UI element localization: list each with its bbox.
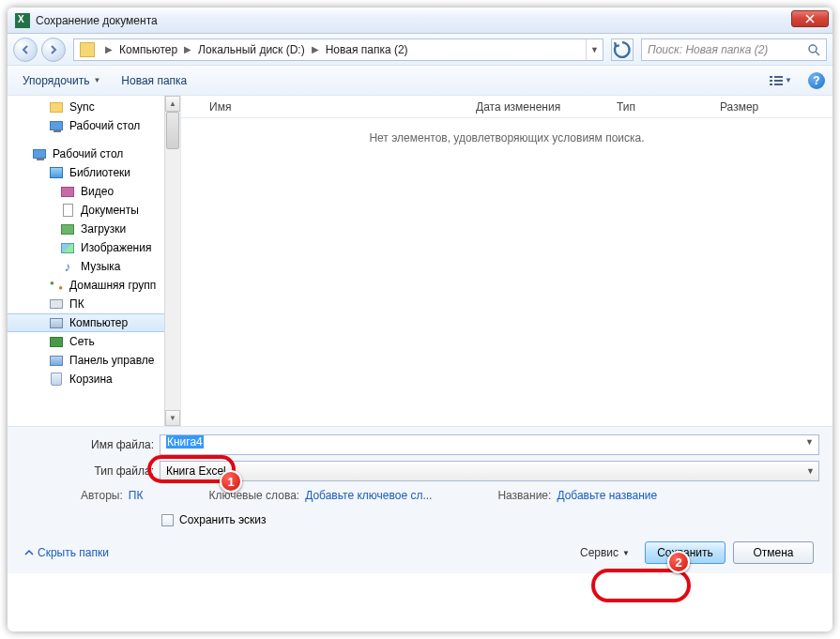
- window-title: Сохранение документа: [36, 14, 158, 27]
- col-date[interactable]: Дата изменения: [468, 100, 609, 114]
- folder-icon: [50, 102, 63, 113]
- tree-item-music[interactable]: ♪Музыка: [8, 257, 180, 276]
- scroll-up-button[interactable]: ▲: [165, 96, 180, 112]
- filetype-label: Тип файла:: [21, 464, 160, 478]
- search-placeholder: Поиск: Новая папка (2): [648, 43, 768, 56]
- view-button[interactable]: ▼: [765, 70, 797, 91]
- tree-item-documents[interactable]: Документы: [8, 201, 180, 220]
- tree-item-trash[interactable]: Корзина: [8, 370, 180, 388]
- search-icon: [807, 43, 820, 56]
- hide-folders-button[interactable]: Скрыть папки: [21, 546, 109, 559]
- tree-item-libraries[interactable]: Библиотеки: [8, 163, 180, 182]
- main-area: Sync Рабочий стол Рабочий стол Библиотек…: [8, 96, 832, 426]
- tree-item-downloads[interactable]: Загрузки: [8, 220, 180, 238]
- save-thumbnail-checkbox[interactable]: [161, 514, 174, 526]
- title-value[interactable]: Добавьте название: [557, 489, 657, 502]
- refresh-button[interactable]: [611, 38, 634, 61]
- close-icon: [805, 14, 815, 23]
- desktop-icon: [33, 149, 46, 159]
- library-icon: [50, 167, 63, 178]
- service-button[interactable]: Сервис▼: [580, 546, 630, 559]
- toolbar: Упорядочить▼ Новая папка ▼ ?: [8, 66, 832, 96]
- filename-label: Имя файла:: [21, 438, 160, 451]
- cancel-button[interactable]: Отмена: [733, 541, 814, 564]
- sidebar-scrollbar[interactable]: ▲ ▼: [164, 96, 180, 426]
- col-name[interactable]: Имя: [202, 100, 468, 114]
- chevron-down-icon: ▼: [785, 76, 792, 84]
- homegroup-icon: [50, 279, 63, 292]
- save-thumbnail-label: Сохранить эскиз: [179, 513, 267, 526]
- trash-icon: [51, 373, 62, 386]
- excel-icon: [15, 13, 30, 28]
- chevron-down-icon[interactable]: ▼: [805, 437, 814, 447]
- address-dropdown[interactable]: ▼: [586, 39, 603, 60]
- computer-icon: [50, 318, 63, 328]
- tree-item-pc[interactable]: ПК: [8, 295, 180, 313]
- tree-item-video[interactable]: Видео: [8, 182, 180, 201]
- scroll-thumb[interactable]: [166, 112, 179, 149]
- music-icon: ♪: [60, 259, 75, 274]
- tree-item-homegroup[interactable]: Домашняя групп: [8, 276, 180, 295]
- back-button[interactable]: [13, 38, 38, 62]
- folder-icon: [80, 42, 95, 57]
- svg-point-0: [809, 45, 817, 53]
- bottom-panel: Имя файла: Книга4 ▼ Тип файла: Книга Exc…: [8, 426, 832, 573]
- authors-value[interactable]: ПК: [129, 489, 144, 502]
- help-button[interactable]: ?: [808, 72, 825, 89]
- chevron-down-icon: ▼: [622, 549, 630, 557]
- svg-rect-1: [770, 76, 772, 78]
- close-button[interactable]: [791, 10, 829, 27]
- filename-input[interactable]: Книга4: [160, 434, 819, 455]
- svg-rect-5: [770, 84, 772, 85]
- chevron-right-icon: ▶: [100, 44, 117, 54]
- tree-item-computer[interactable]: Компьютер: [8, 313, 180, 332]
- svg-rect-3: [770, 80, 772, 82]
- view-icon: [770, 75, 783, 86]
- tree-item-desktop-root[interactable]: Рабочий стол: [8, 145, 180, 163]
- empty-message: Нет элементов, удовлетворяющих условиям …: [181, 118, 832, 145]
- authors-label: Авторы:: [81, 489, 123, 502]
- chevron-right-icon: ▶: [307, 44, 324, 54]
- address-bar[interactable]: ▶ Компьютер ▶ Локальный диск (D:) ▶ Нова…: [73, 38, 603, 61]
- crumb-computer[interactable]: Компьютер: [117, 43, 179, 56]
- svg-rect-4: [774, 80, 783, 82]
- control-panel-icon: [50, 356, 63, 366]
- tree-item-desktop[interactable]: Рабочий стол: [8, 116, 180, 135]
- tree-item-network[interactable]: Сеть: [8, 332, 180, 351]
- search-input[interactable]: Поиск: Новая папка (2): [641, 38, 827, 61]
- chevron-up-icon: [24, 548, 34, 557]
- download-icon: [61, 224, 74, 235]
- image-icon: [61, 243, 74, 253]
- svg-rect-2: [774, 76, 783, 78]
- document-icon: [63, 204, 73, 217]
- crumb-drive[interactable]: Локальный диск (D:): [196, 43, 307, 56]
- pc-icon: [50, 299, 63, 309]
- svg-rect-6: [774, 84, 783, 85]
- tags-value[interactable]: Добавьте ключевое сл...: [305, 489, 432, 502]
- crumb-folder[interactable]: Новая папка (2): [324, 43, 410, 56]
- tree-item-sync[interactable]: Sync: [8, 98, 180, 116]
- filetype-combo[interactable]: Книга Excel▼: [160, 461, 819, 481]
- tree-item-control-panel[interactable]: Панель управле: [8, 351, 180, 370]
- col-type[interactable]: Тип: [609, 100, 712, 114]
- annotation-highlight-2: [591, 569, 691, 602]
- organize-button[interactable]: Упорядочить▼: [15, 70, 108, 91]
- tags-label: Ключевые слова:: [208, 489, 299, 502]
- title-label: Название:: [497, 489, 551, 502]
- column-headers: Имя Дата изменения Тип Размер: [181, 96, 832, 118]
- forward-button[interactable]: [41, 38, 66, 62]
- sidebar: Sync Рабочий стол Рабочий стол Библиотек…: [8, 96, 181, 426]
- nav-row: ▶ Компьютер ▶ Локальный диск (D:) ▶ Нова…: [8, 34, 832, 66]
- video-icon: [61, 187, 74, 197]
- col-size[interactable]: Размер: [712, 100, 787, 114]
- titlebar: Сохранение документа: [8, 8, 832, 34]
- chevron-down-icon: ▼: [93, 76, 100, 84]
- scroll-down-button[interactable]: ▼: [165, 410, 180, 426]
- save-button[interactable]: Сохранить: [645, 541, 725, 564]
- chevron-right-icon: ▶: [179, 44, 196, 54]
- network-icon: [50, 337, 63, 347]
- new-folder-button[interactable]: Новая папка: [114, 70, 194, 91]
- desktop-icon: [50, 121, 63, 130]
- tree-item-images[interactable]: Изображения: [8, 238, 180, 257]
- file-pane: Имя Дата изменения Тип Размер Нет элемен…: [181, 96, 832, 426]
